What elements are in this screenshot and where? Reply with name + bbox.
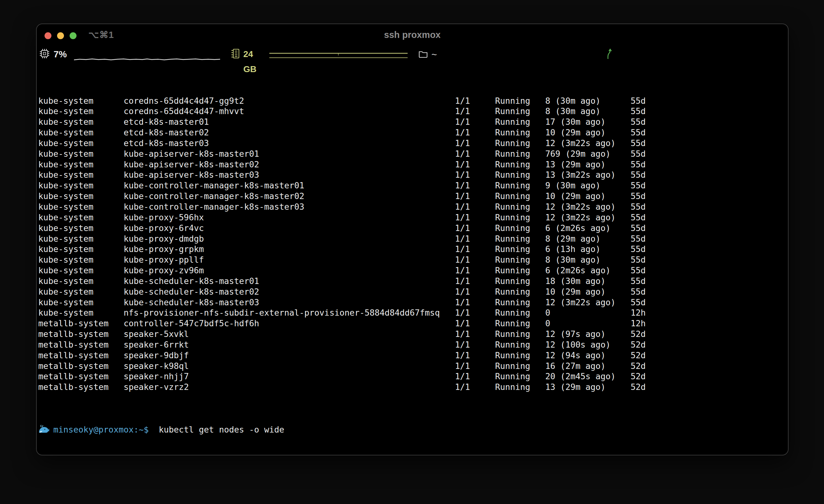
pod-row: kube-system etcd-k8s-master03 1/1 Runnin…	[38, 138, 788, 149]
pod-row: kube-system kube-controller-manager-k8s-…	[38, 191, 788, 202]
terminal-window: ⌥⌘1 ssh proxmox 7%	[36, 23, 789, 456]
pod-row: metallb-system controller-547c7bdf5c-hdf…	[38, 318, 788, 329]
pod-row: kube-system etcd-k8s-master02 1/1 Runnin…	[38, 127, 788, 138]
pod-row: kube-system kube-proxy-zv96m 1/1 Running…	[38, 265, 788, 276]
whale-icon	[38, 424, 53, 435]
terminal[interactable]: kube-system coredns-65dd4c4d47-gg9t2 1/1…	[38, 64, 788, 455]
pods-output: kube-system coredns-65dd4c4d47-gg9t2 1/1…	[38, 96, 788, 393]
cpu-icon	[39, 48, 50, 59]
window-title: ssh proxmox	[37, 30, 788, 40]
git-branch-icon	[605, 47, 613, 60]
pod-row: kube-system kube-proxy-ppllf 1/1 Running…	[38, 255, 788, 265]
pod-row: kube-system kube-proxy-596hx 1/1 Running…	[38, 212, 788, 223]
pod-row: kube-system coredns-65dd4c4d47-mhvvt 1/1…	[38, 106, 788, 117]
pod-row: kube-system kube-proxy-grpkm 1/1 Running…	[38, 244, 788, 255]
pod-row: kube-system kube-apiserver-k8s-master01 …	[38, 149, 788, 159]
pod-row: kube-system kube-controller-manager-k8s-…	[38, 202, 788, 212]
pod-row: kube-system kube-apiserver-k8s-master02 …	[38, 159, 788, 170]
pod-row: metallb-system speaker-5xvkl 1/1 Running…	[38, 329, 788, 340]
pod-row: metallb-system speaker-9dbjf 1/1 Running…	[38, 350, 788, 361]
pod-row: kube-system kube-scheduler-k8s-master01 …	[38, 276, 788, 286]
titlebar[interactable]: ⌥⌘1 ssh proxmox	[37, 24, 788, 44]
prompt-text: minseoky@proxmox:~$	[53, 425, 148, 434]
pod-row: metallb-system speaker-k98ql 1/1 Running…	[38, 361, 788, 371]
pod-row: kube-system kube-scheduler-k8s-master03 …	[38, 297, 788, 308]
pod-row: kube-system kube-scheduler-k8s-master02 …	[38, 286, 788, 297]
cpu-percent-label: 7%	[54, 47, 67, 62]
folder-icon	[418, 49, 428, 58]
pod-row: kube-system etcd-k8s-master01 1/1 Runnin…	[38, 117, 788, 127]
command-text: kubectl get nodes -o wide	[159, 425, 284, 434]
pod-row: kube-system kube-proxy-6r4vc 1/1 Running…	[38, 223, 788, 234]
pod-row: kube-system kube-controller-manager-k8s-…	[38, 180, 788, 191]
desktop: { "window": { "title": "ssh proxmox", "t…	[0, 0, 824, 504]
memory-icon	[230, 48, 241, 59]
pod-row: kube-system nfs-provisioner-nfs-subdir-e…	[38, 307, 788, 318]
cpu-sparkline	[73, 49, 221, 62]
pod-row: metallb-system speaker-6rrkt 1/1 Running…	[38, 340, 788, 350]
statusbar: 7% 24 GB	[37, 46, 788, 66]
pod-row: kube-system kube-proxy-dmdgb 1/1 Running…	[38, 234, 788, 244]
pod-row: kube-system coredns-65dd4c4d47-gg9t2 1/1…	[38, 96, 788, 106]
memory-sparkline	[269, 49, 408, 62]
directory-label: ~	[431, 47, 437, 62]
prompt-line: minseoky@proxmox:~$ kubectl get nodes -o…	[38, 424, 788, 435]
pod-row: metallb-system speaker-vzrz2 1/1 Running…	[38, 382, 788, 392]
pod-row: metallb-system speaker-nhjj7 1/1 Running…	[38, 371, 788, 382]
pod-row: kube-system kube-apiserver-k8s-master03 …	[38, 169, 788, 180]
